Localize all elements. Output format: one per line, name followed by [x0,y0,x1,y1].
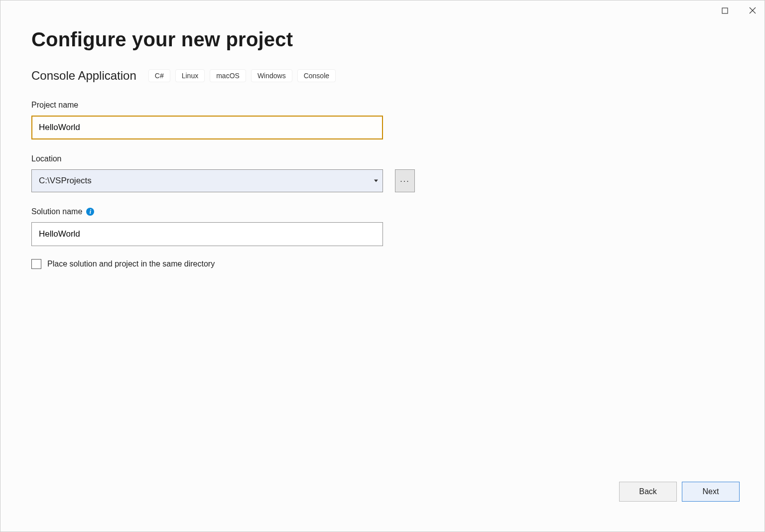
tag: Windows [251,69,292,82]
page-title: Configure your new project [31,28,418,51]
info-icon[interactable]: i [86,208,94,216]
same-directory-checkbox[interactable]: Place solution and project in the same d… [31,259,418,269]
location-input[interactable]: C:\VSProjects [31,169,383,192]
project-name-label: Project name [31,101,418,110]
checkbox-label: Place solution and project in the same d… [47,260,215,268]
titlebar [720,0,765,20]
tag: Console [297,69,336,82]
tag: C# [148,69,170,82]
location-field: Location C:\VSProjects ... [31,154,418,192]
tag-strip: C# Linux macOS Windows Console [148,69,336,82]
template-row: Console Application C# Linux macOS Windo… [31,69,418,83]
chevron-down-icon [374,180,378,182]
solution-name-field: Solution name i [31,207,418,246]
location-combo[interactable]: C:\VSProjects [31,169,383,192]
footer: Back Next [619,482,740,502]
content-area: Configure your new project Console Appli… [0,0,449,269]
close-button[interactable] [748,5,758,15]
solution-name-input[interactable] [31,222,383,246]
checkbox-box[interactable] [31,259,41,269]
next-button[interactable]: Next [682,482,740,502]
tag: macOS [210,69,246,82]
close-icon [749,7,756,14]
svg-rect-0 [722,8,728,13]
maximize-icon [722,7,728,14]
tag: Linux [175,69,205,82]
project-name-field: Project name [31,101,418,139]
maximize-button[interactable] [720,5,730,15]
browse-button[interactable]: ... [395,169,415,192]
back-button[interactable]: Back [619,482,677,502]
project-name-input[interactable] [31,116,383,139]
template-name: Console Application [31,69,136,83]
location-label: Location [31,154,418,163]
solution-name-label: Solution name [31,207,82,216]
